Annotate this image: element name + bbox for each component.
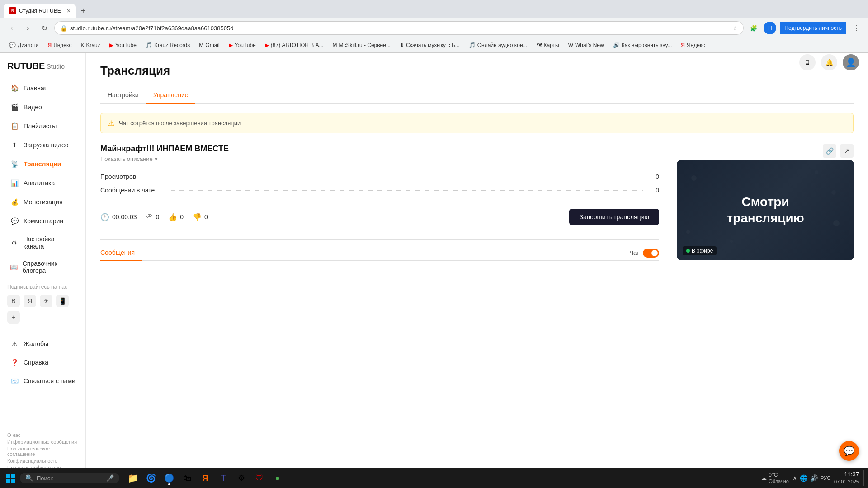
show-description-button[interactable]: Показать описание ▾ [100, 155, 659, 162]
tab-messages[interactable]: Сообщения [100, 245, 142, 261]
show-desktop-button[interactable] [863, 470, 864, 486]
profile-button[interactable]: П [764, 22, 776, 34]
address-bar[interactable]: 🔒 studio.rutube.ru/stream/a20e2f71bf2a63… [54, 21, 744, 35]
sidebar-item-label: Комментарии [24, 217, 63, 225]
end-stream-button[interactable]: Завершить трансляцию [569, 209, 659, 225]
fab-button[interactable]: 💬 [839, 441, 859, 461]
taskbar-store[interactable]: 🛍 [179, 470, 195, 486]
taskbar-chrome[interactable]: 🔵 [161, 470, 177, 486]
close-tab-button[interactable]: × [67, 7, 71, 14]
bookmark-icon: K [80, 42, 84, 48]
sidebar-item-help[interactable]: ❓ Справка [3, 353, 83, 371]
bookmark-dialogi[interactable]: 💬Диалоги [5, 41, 42, 50]
bookmark-star-icon[interactable]: ☆ [732, 25, 738, 32]
telegram-icon[interactable]: ✈ [40, 295, 52, 307]
bookmark-yandex2[interactable]: ЯЯндекс [677, 41, 708, 50]
messages-tabs: Сообщения Чат [100, 245, 659, 261]
footer-link-terms[interactable]: Пользовательское соглашение [7, 446, 78, 457]
taskbar-chrome2[interactable]: ● [269, 470, 286, 486]
upload-icon: ⬆ [10, 141, 19, 150]
sidebar-item-comments[interactable]: 💬 Комментарии [3, 212, 83, 230]
sidebar-item-streams[interactable]: 📡 Трансляции [3, 155, 83, 173]
avatar-button[interactable]: 👤 [843, 54, 859, 70]
yandex-icon: Я [203, 474, 208, 483]
footer-link-privacy[interactable]: Конфиденциальность [7, 458, 78, 464]
viber-icon[interactable]: 📱 [56, 295, 69, 307]
stream-info: Майнкрафт!!! ИНПАЕМ ВМЕСТЕ Показать опис… [100, 144, 659, 268]
bookmark-krauz-records[interactable]: 🎵Krauz Records [142, 41, 193, 50]
taskbar-yandex[interactable]: Я [197, 470, 213, 486]
bookmark-whatsnew[interactable]: WWhat's New [565, 41, 608, 50]
notifications-button[interactable]: 🔔 [821, 54, 837, 70]
social-icons: В Я ✈ 📱 + [0, 293, 85, 325]
bookmark-mcskill[interactable]: MMcSkill.ru - Сервее... [329, 41, 394, 50]
taskbar-antivirus[interactable]: 🛡 [251, 470, 268, 486]
dislikes-value: 0 [204, 213, 208, 221]
bookmark-youtube2[interactable]: ▶YouTube [225, 41, 259, 50]
screen-icon: 🖥 [804, 59, 811, 66]
sidebar-item-analytics[interactable]: 📊 Аналитика [3, 174, 83, 192]
bookmark-gmail[interactable]: MGmail [195, 41, 223, 50]
ok-icon[interactable]: Я [24, 295, 36, 307]
sidebar-item-contact[interactable]: 📧 Связаться с нами [3, 372, 83, 390]
taskbar-right: ☁ 0°C Облачно ∧ 🌐 🔊 РУС 11:37 07.01.2025 [761, 470, 864, 486]
video-player: Смотри трансляцию В эфире [677, 160, 854, 260]
bookmark-music[interactable]: ⬇Скачать музыку с Б... [396, 41, 463, 50]
bookmark-icon: 🔊 [613, 42, 620, 48]
network-icon[interactable]: 🌐 [800, 474, 807, 482]
weather-icon: ☁ [761, 475, 767, 481]
sidebar-item-upload[interactable]: ⬆ Загрузка видео [3, 136, 83, 154]
back-button[interactable]: ‹ [5, 22, 18, 34]
taskbar-search-box[interactable]: 🔍 Поиск 🎤 [20, 473, 119, 483]
taskbar-explorer[interactable]: 📁 [125, 470, 141, 486]
menu-button[interactable]: ⋮ [850, 22, 863, 34]
new-tab-button[interactable]: + [76, 4, 90, 18]
clock-icon: 🕐 [100, 213, 109, 221]
chat-toggle-switch[interactable] [643, 249, 659, 258]
chevron-up-icon[interactable]: ∧ [793, 474, 797, 482]
bookmark-yandex1[interactable]: ЯЯндекс [44, 41, 75, 50]
start-button[interactable] [4, 471, 18, 485]
confirm-identity-button[interactable]: Подтвердить личность [780, 22, 846, 34]
sidebar-item-home[interactable]: 🏠 Главная [3, 79, 83, 97]
sidebar-item-video[interactable]: 🎬 Видео [3, 98, 83, 116]
external-link-button[interactable]: ↗ [840, 144, 854, 158]
weather-desc: Облачно [769, 479, 789, 484]
alert-text: Чат сотрётся после завершения трансляции [119, 120, 241, 127]
bookmark-sound[interactable]: 🔊Как выровнять зву... [609, 41, 676, 50]
taskbar-teams[interactable]: T [215, 470, 231, 486]
playlist-icon: 📋 [10, 122, 19, 131]
browser-tab[interactable]: R Студия RUTUBE × [4, 4, 76, 18]
sidebar-item-settings[interactable]: ⚙ Настройка канала [3, 231, 83, 254]
refresh-button[interactable]: ↻ [38, 22, 51, 34]
footer-link-info[interactable]: Информационные сообщения [7, 439, 78, 445]
vk-icon[interactable]: В [7, 295, 20, 307]
bookmark-audio[interactable]: 🎵Онлайн аудио кон... [465, 41, 531, 50]
bookmark-icon: ▶ [265, 42, 269, 48]
taskbar-edge[interactable]: 🌀 [143, 470, 159, 486]
tab-settings[interactable]: Настройки [100, 87, 146, 104]
sidebar-item-monetization[interactable]: 💰 Монетизация [3, 193, 83, 211]
thumbs-down-icon: 👎 [193, 213, 202, 221]
share-button[interactable]: 🔗 [823, 144, 836, 158]
profile-icon: П [768, 25, 772, 31]
add-social-icon[interactable]: + [7, 311, 20, 324]
sidebar-item-guide[interactable]: 📖 Справочник блогера [3, 255, 83, 279]
bookmark-maps[interactable]: 🗺Карты [533, 41, 563, 50]
gmail-icon: M [199, 42, 203, 48]
bookmark-youtube1[interactable]: ▶YouTube [106, 41, 140, 50]
video-text-line1: Смотри трансляцию [726, 194, 804, 227]
sidebar-item-playlists[interactable]: 📋 Плейлисты [3, 117, 83, 135]
taskbar-app7[interactable]: ⚙ [233, 470, 250, 486]
sidebar-item-complaints[interactable]: ⚠ Жалобы [3, 335, 83, 353]
speaker-icon[interactable]: 🔊 [810, 474, 818, 482]
tab-management[interactable]: Управление [146, 87, 196, 104]
screen-icon-button[interactable]: 🖥 [799, 54, 816, 70]
bookmark-krauz[interactable]: KKrauz [77, 41, 104, 50]
extensions-button[interactable]: 🧩 [747, 22, 760, 34]
forward-button[interactable]: › [22, 22, 34, 34]
keyboard-lang[interactable]: РУС [821, 475, 830, 481]
bookmark-avtotun[interactable]: ▶(87) АВТОТЮН В А... [261, 41, 327, 50]
footer-link-about[interactable]: О нас [7, 432, 78, 438]
taskbar-clock[interactable]: 11:37 07.01.2025 [834, 470, 859, 486]
